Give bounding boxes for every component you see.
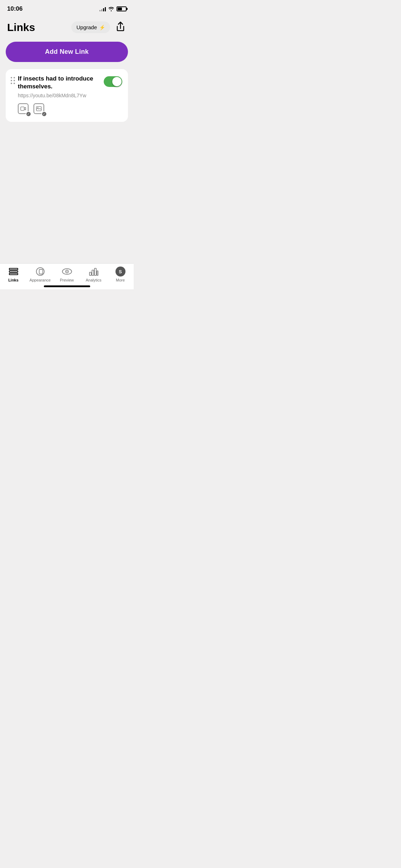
- image-check-icon: ✓: [41, 111, 47, 117]
- analytics-icon: [89, 267, 99, 277]
- toggle-thumb: [112, 77, 122, 86]
- wifi-icon: [108, 6, 114, 11]
- tab-analytics[interactable]: Analytics: [80, 267, 107, 282]
- status-icons: [99, 6, 127, 11]
- link-title: If insects had to introduce themselves.: [18, 75, 104, 91]
- more-icon: S: [115, 267, 125, 277]
- page-header: Links Upgrade ⚡: [0, 16, 134, 40]
- home-indicator: [44, 285, 90, 287]
- video-check-icon: ✓: [26, 111, 31, 117]
- upgrade-label: Upgrade: [76, 24, 97, 30]
- video-badge: ✓: [18, 103, 31, 116]
- tab-more[interactable]: S More: [107, 267, 134, 282]
- share-icon: [116, 21, 125, 32]
- svg-rect-3: [9, 268, 18, 270]
- link-card: If insects had to introduce themselves. …: [6, 69, 128, 122]
- status-time: 10:06: [7, 5, 22, 12]
- links-icon: [9, 267, 19, 277]
- svg-rect-7: [39, 269, 43, 274]
- svg-rect-11: [89, 272, 91, 275]
- upgrade-button[interactable]: Upgrade ⚡: [71, 21, 110, 33]
- link-toggle[interactable]: [104, 76, 122, 87]
- tab-appearance-label: Appearance: [30, 278, 51, 282]
- svg-rect-13: [94, 268, 96, 275]
- add-new-link-button[interactable]: Add New Link: [6, 42, 128, 62]
- link-url: https://youtu.be/08kMdn8L7Yw: [18, 93, 104, 98]
- svg-rect-0: [21, 107, 24, 110]
- link-info: If insects had to introduce themselves. …: [18, 75, 104, 116]
- svg-rect-12: [92, 270, 94, 275]
- appearance-icon: [35, 267, 45, 277]
- preview-icon: [62, 267, 72, 277]
- tab-more-label: More: [116, 278, 125, 282]
- tab-analytics-label: Analytics: [86, 278, 101, 282]
- header-actions: Upgrade ⚡: [71, 20, 127, 35]
- svg-rect-14: [97, 271, 98, 275]
- link-toggle-area[interactable]: [104, 75, 122, 87]
- tab-links[interactable]: Links: [0, 267, 27, 282]
- avatar: S: [115, 267, 125, 277]
- svg-point-10: [66, 271, 67, 272]
- signal-icon: [99, 6, 106, 11]
- svg-rect-4: [9, 271, 18, 272]
- tab-links-label: Links: [8, 278, 19, 282]
- drag-handle[interactable]: [10, 75, 18, 84]
- battery-icon: [117, 6, 127, 11]
- status-bar: 10:06: [0, 0, 134, 16]
- link-badges: ✓ ✓: [18, 103, 104, 116]
- tab-appearance[interactable]: Appearance: [27, 267, 53, 282]
- svg-rect-5: [9, 273, 18, 275]
- page-title: Links: [7, 21, 35, 33]
- share-button[interactable]: [114, 20, 127, 35]
- image-badge: ✓: [34, 103, 46, 116]
- tab-preview[interactable]: Preview: [53, 267, 80, 282]
- tab-preview-label: Preview: [60, 278, 74, 282]
- bolt-icon: ⚡: [99, 25, 105, 30]
